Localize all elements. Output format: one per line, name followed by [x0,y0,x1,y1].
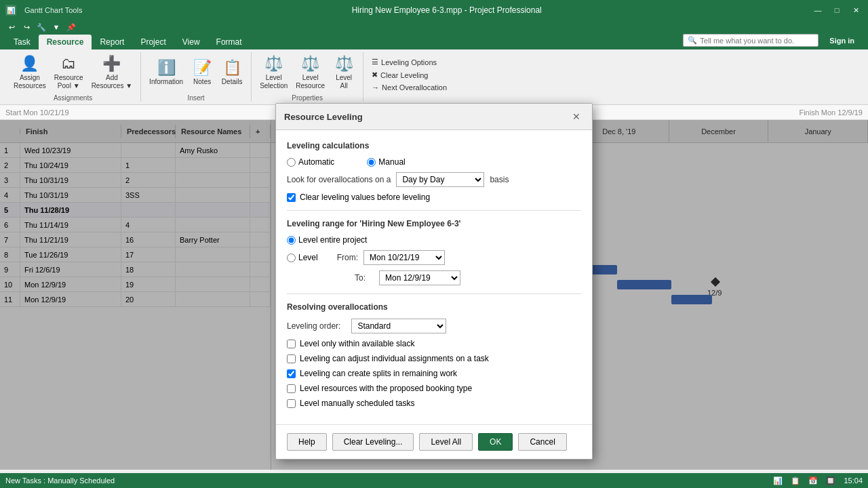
manual-option[interactable]: Manual [367,157,405,167]
redo-button[interactable]: ↪ [20,21,33,33]
search-box[interactable]: 🔍 [683,34,818,47]
leveling-order-row: Leveling order: Standard ID Only Priorit… [287,319,581,333]
entire-project-option[interactable]: Level entire project [287,235,367,245]
splits-checkbox[interactable] [287,369,296,378]
app-area: Finish Predecessors Resource Names + Oct… [0,120,868,470]
clear-leveling-label: Clear Leveling [380,71,428,79]
information-label: Information [149,78,183,86]
booking-checkbox[interactable] [287,384,296,393]
status-icon-4: 🔲 [826,476,835,485]
level-selection-button[interactable]: ⚖️ LevelSelection [257,54,290,92]
clear-leveling-button[interactable]: ✖ Clear Leveling [369,69,450,81]
ribbon-group-properties: ⚖️ LevelSelection ⚖️ LevelResource ⚖️ Le… [252,52,363,102]
entire-project-label: Level entire project [298,235,367,245]
tab-project[interactable]: Project [132,35,174,49]
assign-resources-button[interactable]: 👤 AssignResources [11,54,49,92]
manual-tasks-option[interactable]: Level manually scheduled tasks [287,399,414,408]
slack-checkbox[interactable] [287,340,296,348]
slack-row: Level only within available slack [287,339,581,348]
resolving-title: Resolving overallocations [287,302,581,312]
level-resource-button[interactable]: ⚖️ LevelResource [293,54,328,92]
quick-access-toolbar: ↩ ↪ 🔧 ▼ 📌 [0,20,868,34]
ribbon-group-assignments: 👤 AssignResources 🗂 ResourcePool ▼ ➕ Add… [5,52,141,102]
resource-pool-button[interactable]: 🗂 ResourcePool ▼ [52,54,86,92]
assignments-label: Assignments [54,93,92,102]
entire-project-radio[interactable] [287,236,296,245]
assign-resources-label: AssignResources [14,74,46,90]
clear-before-label: Clear leveling values before leveling [300,192,430,202]
to-dropdown[interactable]: Mon 12/9/19 [379,270,460,285]
tab-format[interactable]: Format [208,35,250,49]
ok-button[interactable]: OK [478,433,513,451]
divider-2 [287,293,581,294]
minimize-button[interactable]: — [811,3,825,17]
clear-before-row: Clear leveling values before leveling [287,192,581,202]
status-bar-right: 📊 📋 📅 🔲 15:04 [773,476,863,485]
qa-icon4[interactable]: ▼ [50,21,62,33]
from-dropdown[interactable]: Mon 10/21/19 [363,250,445,265]
splits-option[interactable]: Leveling can create splits in remaining … [287,369,457,378]
booking-row: Level resources with the proposed bookin… [287,384,581,393]
clear-before-checkbox[interactable] [287,193,296,202]
level-all-dialog-button[interactable]: Level All [419,433,473,451]
ribbon-group-leveling: ☰ Leveling Options ✖ Clear Leveling → Ne… [363,52,458,102]
sign-in-button[interactable]: Sign in [829,37,854,45]
notes-button[interactable]: 📝 Notes [189,58,216,87]
status-icon-1: 📊 [773,476,783,485]
qa-icon5[interactable]: 📌 [65,21,77,33]
level-option[interactable]: Level [287,253,318,262]
automatic-radio[interactable] [287,158,296,167]
assignments-buttons: 👤 AssignResources 🗂 ResourcePool ▼ ➕ Add… [11,52,135,93]
next-overallocation-label: Next Overallocation [382,83,447,92]
entire-project-row: Level entire project [287,235,581,245]
leveling-small-group: ☰ Leveling Options ✖ Clear Leveling → Ne… [369,56,450,93]
tab-resource[interactable]: Resource [39,35,92,49]
clear-before-option[interactable]: Clear leveling values before leveling [287,192,430,202]
tab-view[interactable]: View [174,35,208,49]
order-label: Leveling order: [287,321,340,331]
level-radio[interactable] [287,253,296,262]
details-button[interactable]: 📋 Details [218,58,245,87]
clear-leveling-dialog-button[interactable]: Clear Leveling... [332,433,414,451]
tab-report[interactable]: Report [92,35,132,49]
manual-radio[interactable] [367,158,376,167]
level-all-label: LevelAll [336,74,352,90]
leveling-options-button[interactable]: ☰ Leveling Options [369,56,450,68]
resource-leveling-dialog: Resource Leveling ✕ Leveling calculation… [275,103,593,460]
insert-buttons: ℹ️ Information 📝 Notes 📋 Details [146,52,245,93]
overallocation-dropdown[interactable]: Day by Day Minute by Minute Hour by Hour… [396,172,484,187]
tab-task[interactable]: Task [5,35,39,49]
add-resources-button[interactable]: ➕ AddResources ▼ [89,54,135,92]
notes-label: Notes [193,78,211,86]
automatic-option[interactable]: Automatic [287,157,334,167]
splits-row: Leveling can create splits in remaining … [287,369,581,378]
undo-button[interactable]: ↩ [5,21,18,33]
information-icon: ℹ️ [157,59,176,77]
next-overallocation-button[interactable]: → Next Overallocation [369,82,450,93]
booking-option[interactable]: Level resources with the proposed bookin… [287,384,472,393]
level-all-ribbon-button[interactable]: ⚖️ LevelAll [330,54,357,92]
help-button[interactable]: Help [287,433,327,451]
overallocation-label: Look for overallocations on a [287,175,391,184]
adjust-option[interactable]: Leveling can adjust individual assignmen… [287,354,489,363]
divider-1 [287,210,581,211]
status-bar: New Tasks : Manually Scheduled 📊 📋 📅 🔲 1… [0,473,868,488]
details-icon: 📋 [223,59,241,77]
order-dropdown[interactable]: Standard ID Only Priority, Standard [351,319,446,333]
manual-tasks-checkbox[interactable] [287,399,296,408]
level-resource-label: LevelResource [296,74,325,90]
maximize-button[interactable]: □ [830,3,844,17]
dialog-title-bar: Resource Leveling ✕ [276,104,592,130]
adjust-label: Leveling can adjust individual assignmen… [300,354,489,363]
dialog-close-button[interactable]: ✕ [569,109,584,124]
adjust-checkbox[interactable] [287,354,296,363]
slack-option[interactable]: Level only within available slack [287,339,414,348]
overallocation-row: Look for overallocations on a Day by Day… [287,172,581,187]
information-button[interactable]: ℹ️ Information [146,58,186,87]
qa-icon3[interactable]: 🔧 [35,21,47,33]
notes-icon: 📝 [193,59,212,77]
cancel-button[interactable]: Cancel [518,433,566,451]
close-button[interactable]: ✕ [849,3,863,17]
adjust-row: Leveling can adjust individual assignmen… [287,354,581,363]
search-input[interactable] [700,37,795,45]
